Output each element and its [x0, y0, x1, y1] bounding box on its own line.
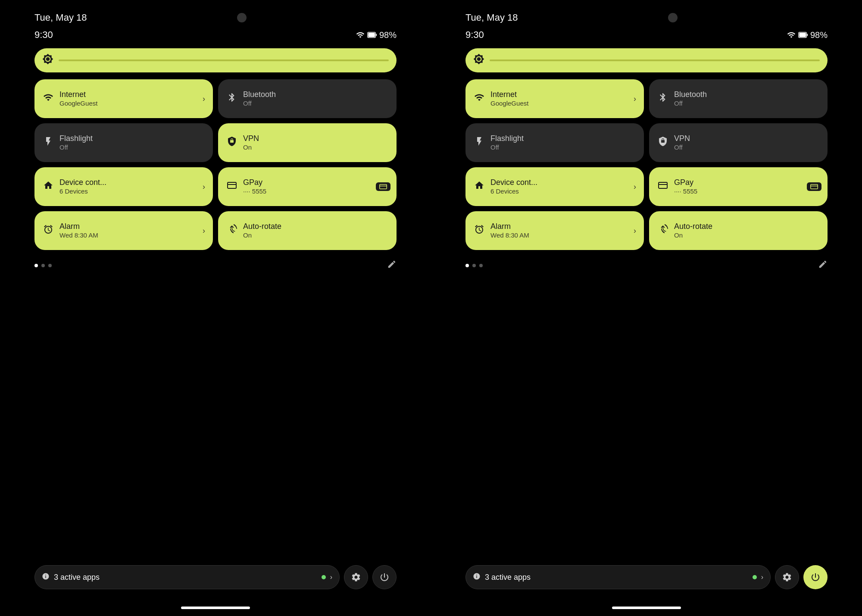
brightness-bar[interactable] [34, 48, 397, 72]
active-apps-pill[interactable]: 3 active apps › [34, 565, 340, 589]
tile-arrow-internet: › [634, 94, 636, 103]
tile-icon-vpn [658, 136, 668, 149]
tile-label-bluetooth: Bluetooth [243, 90, 276, 100]
active-apps-dot [322, 575, 326, 579]
tile-internet[interactable]: Internet GoogleGuest › [34, 79, 213, 118]
page-dots-row [465, 255, 828, 271]
tile-bluetooth[interactable]: Bluetooth Off [649, 79, 828, 118]
tile-sublabel-gpay: ···· 5555 [243, 188, 266, 195]
tile-icon-bluetooth [658, 92, 668, 105]
info-icon [473, 572, 481, 582]
svg-rect-10 [659, 182, 667, 188]
tile-label-alarm: Alarm [490, 222, 529, 231]
power-button[interactable] [803, 565, 828, 589]
tile-card-gpay [376, 182, 390, 191]
tile-icon-device [474, 180, 484, 193]
dot-3[interactable] [479, 264, 483, 267]
brightness-row[interactable] [34, 48, 397, 72]
tile-vpn[interactable]: VPN Off [649, 123, 828, 162]
tile-label-bluetooth: Bluetooth [674, 90, 707, 100]
tile-icon-vpn [227, 136, 237, 149]
phone-panel-1: Tue, May 18 9:30 98% [431, 0, 862, 616]
tile-autorotate[interactable]: Auto-rotate On [218, 211, 397, 250]
svg-rect-3 [228, 182, 236, 188]
tile-label-gpay: GPay [674, 178, 697, 188]
tile-internet[interactable]: Internet GoogleGuest › [465, 79, 644, 118]
status-bar: Tue, May 18 [34, 0, 397, 28]
tile-label-vpn: VPN [243, 134, 259, 144]
settings-button[interactable] [775, 565, 799, 589]
tile-label-alarm: Alarm [59, 222, 98, 231]
battery-icon [798, 31, 808, 38]
tile-text-gpay: GPay ···· 5555 [674, 178, 697, 195]
tile-label-flashlight: Flashlight [490, 134, 524, 144]
brightness-track [490, 59, 820, 61]
brightness-bar[interactable] [465, 48, 828, 72]
status-icons: 98% [787, 30, 828, 40]
tile-arrow-device: › [634, 182, 636, 191]
dot-1[interactable] [34, 264, 38, 267]
tile-icon-gpay [227, 180, 237, 193]
tiles-grid: Internet GoogleGuest › Bluetooth Off Fla… [465, 79, 828, 250]
tile-sublabel-flashlight: Off [59, 144, 93, 151]
svg-rect-2 [368, 33, 375, 37]
status-icons: 98% [356, 30, 397, 40]
tile-text-alarm: Alarm Wed 8:30 AM [59, 222, 98, 239]
camera-dot [668, 13, 678, 22]
tile-device[interactable]: Device cont... 6 Devices › [465, 167, 644, 206]
tile-sublabel-flashlight: Off [490, 144, 524, 151]
tile-device[interactable]: Device cont... 6 Devices › [34, 167, 213, 206]
tile-text-bluetooth: Bluetooth Off [674, 90, 707, 107]
tile-label-autorotate: Auto-rotate [243, 222, 281, 231]
tile-flashlight[interactable]: Flashlight Off [34, 123, 213, 162]
tile-text-internet: Internet GoogleGuest [59, 90, 97, 107]
phone-panel-0: Tue, May 18 9:30 98% [0, 0, 431, 616]
brightness-row[interactable] [465, 48, 828, 72]
battery-text: 98% [379, 30, 397, 40]
tile-text-vpn: VPN Off [674, 134, 690, 151]
active-apps-text: 3 active apps [54, 573, 317, 582]
info-icon [42, 572, 50, 582]
tile-text-alarm: Alarm Wed 8:30 AM [490, 222, 529, 239]
active-apps-dot [753, 575, 757, 579]
tile-arrow-device: › [203, 182, 205, 191]
dot-2[interactable] [472, 264, 476, 267]
tile-icon-internet [43, 92, 53, 105]
brightness-track [59, 59, 389, 61]
status-date: Tue, May 18 [34, 12, 87, 23]
tile-autorotate[interactable]: Auto-rotate On [649, 211, 828, 250]
page-dots-row [34, 255, 397, 271]
battery-text: 98% [810, 30, 828, 40]
tile-icon-internet [474, 92, 484, 105]
tile-alarm[interactable]: Alarm Wed 8:30 AM › [465, 211, 644, 250]
tile-gpay[interactable]: GPay ···· 5555 [649, 167, 828, 206]
dot-3[interactable] [48, 264, 52, 267]
tile-bluetooth[interactable]: Bluetooth Off [218, 79, 397, 118]
edit-icon[interactable] [387, 260, 397, 271]
tile-text-autorotate: Auto-rotate On [674, 222, 712, 239]
status-time-row: 9:30 98% [34, 28, 397, 48]
tile-text-flashlight: Flashlight Off [490, 134, 524, 151]
tile-gpay[interactable]: GPay ···· 5555 [218, 167, 397, 206]
tile-icon-device [43, 180, 53, 193]
tile-flashlight[interactable]: Flashlight Off [465, 123, 644, 162]
active-apps-chevron: › [761, 573, 763, 581]
dot-2[interactable] [41, 264, 45, 267]
tile-icon-flashlight [43, 136, 53, 149]
edit-icon[interactable] [818, 260, 828, 271]
tile-alarm[interactable]: Alarm Wed 8:30 AM › [34, 211, 213, 250]
settings-button[interactable] [344, 565, 368, 589]
power-button[interactable] [372, 565, 397, 589]
home-bar [181, 607, 250, 609]
tile-icon-alarm [474, 224, 484, 237]
tile-vpn[interactable]: VPN On [218, 123, 397, 162]
page-dots [465, 264, 483, 267]
dot-1[interactable] [465, 264, 469, 267]
active-apps-pill[interactable]: 3 active apps › [465, 565, 771, 589]
tile-sublabel-alarm: Wed 8:30 AM [59, 231, 98, 239]
status-time: 9:30 [34, 29, 53, 41]
tile-label-vpn: VPN [674, 134, 690, 144]
battery-icon [367, 31, 377, 38]
tile-sublabel-vpn: On [243, 144, 259, 151]
tile-sublabel-device: 6 Devices [490, 188, 537, 195]
